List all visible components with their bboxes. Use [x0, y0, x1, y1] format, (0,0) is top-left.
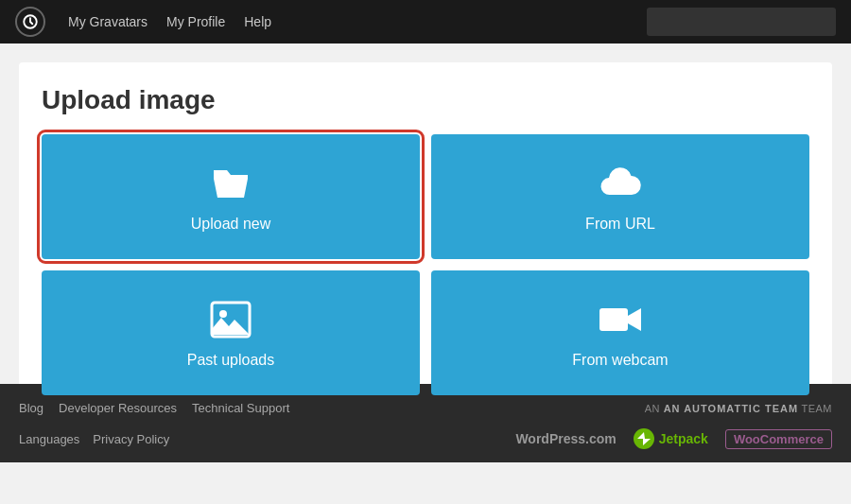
nav-my-gravatars[interactable]: My Gravatars: [68, 14, 148, 29]
footer: Blog Developer Resources Technical Suppo…: [0, 384, 851, 462]
footer-technical-support-link[interactable]: Technical Support: [192, 401, 289, 415]
folder-open-icon: [208, 161, 253, 206]
woocommerce-brand: WooCommerce: [725, 429, 832, 449]
svg-rect-3: [599, 308, 628, 331]
gravatar-logo: [15, 7, 45, 37]
upload-new-label: Upload new: [191, 216, 271, 233]
footer-developer-resources-link[interactable]: Developer Resources: [59, 401, 177, 415]
from-url-label: From URL: [585, 216, 655, 233]
upload-card: Upload image Upload new From URL: [19, 62, 832, 418]
user-account-box[interactable]: [647, 8, 836, 36]
jetpack-brand: Jetpack: [634, 428, 708, 449]
footer-blog-link[interactable]: Blog: [19, 401, 43, 415]
cloud-icon: [598, 161, 643, 206]
footer-brands: WordPress.com Jetpack WooCommerce: [515, 428, 832, 449]
main-content: Upload image Upload new From URL: [0, 43, 851, 384]
nav-help[interactable]: Help: [244, 14, 271, 29]
svg-point-2: [219, 310, 227, 318]
image-icon: [208, 297, 253, 342]
footer-bottom-links: Languages Privacy Policy: [19, 432, 169, 446]
from-url-button[interactable]: From URL: [431, 134, 809, 259]
past-uploads-button[interactable]: Past uploads: [42, 270, 420, 395]
upload-new-button[interactable]: Upload new: [42, 134, 420, 259]
jetpack-icon: [634, 428, 654, 449]
footer-privacy-policy-link[interactable]: Privacy Policy: [93, 432, 169, 446]
from-webcam-label: From webcam: [572, 352, 668, 369]
main-nav: My Gravatars My Profile Help: [68, 14, 624, 29]
header: My Gravatars My Profile Help: [0, 0, 851, 43]
footer-bottom: Languages Privacy Policy WordPress.com J…: [19, 428, 832, 449]
nav-my-profile[interactable]: My Profile: [166, 14, 225, 29]
from-webcam-button[interactable]: From webcam: [431, 270, 809, 395]
past-uploads-label: Past uploads: [187, 352, 275, 369]
wordpress-brand: WordPress.com: [515, 431, 616, 446]
footer-languages-link[interactable]: Languages: [19, 432, 79, 446]
video-icon: [598, 297, 643, 342]
upload-options-grid: Upload new From URL Past uploads: [42, 134, 809, 395]
footer-top-links: Blog Developer Resources Technical Suppo…: [19, 401, 289, 415]
footer-top: Blog Developer Resources Technical Suppo…: [19, 401, 832, 415]
automattic-attribution: AN AN AUTOMATTIC TEAM TEAM: [645, 403, 832, 414]
page-title: Upload image: [42, 85, 809, 115]
